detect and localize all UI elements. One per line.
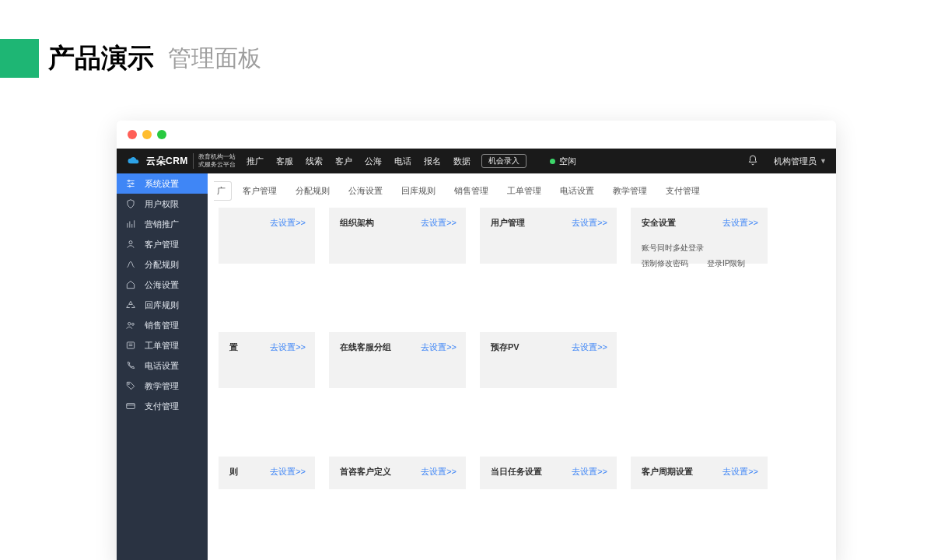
sidebar-item[interactable]: 支付管理 (117, 396, 208, 416)
go-settings-link[interactable]: 去设置>> (421, 466, 457, 478)
sliders-icon (124, 177, 137, 190)
sidebar-item[interactable]: 客户管理 (117, 234, 208, 254)
nav-link[interactable]: 电话 (394, 156, 411, 167)
brand-name: 云朵CRM (146, 155, 188, 168)
sidebar-item[interactable]: 教学管理 (117, 376, 208, 396)
brand-logo[interactable]: 云朵CRM 教育机构一站式服务云平台 (126, 153, 236, 169)
go-settings-link[interactable]: 去设置>> (421, 217, 457, 229)
card-row: 置去设置>>在线客服分组去设置>>预存PV去设置>> (219, 332, 836, 388)
sidebar-item-label: 工单管理 (145, 340, 179, 352)
settings-card: 预存PV去设置>> (480, 332, 617, 388)
record-opportunity-button[interactable]: 机会录入 (481, 154, 526, 168)
settings-tab[interactable]: 工单管理 (499, 182, 549, 200)
settings-cards: 去设置>>组织架构去设置>>用户管理去设置>>安全设置去设置>>账号同时多处登录… (208, 208, 836, 560)
settings-tab[interactable]: 教学管理 (605, 182, 655, 200)
settings-card: 置去设置>> (219, 332, 315, 388)
nav-link[interactable]: 客服 (276, 156, 293, 167)
window-maximize-icon[interactable] (157, 130, 166, 139)
settings-card: 客户周期设置去设置>> (631, 457, 768, 489)
nav-link[interactable]: 推广 (247, 156, 264, 167)
settings-tab[interactable]: 分配规则 (288, 182, 338, 200)
go-settings-link[interactable]: 去设置>> (572, 217, 607, 229)
card-subline: 强制修改密码 (642, 258, 688, 269)
svg-rect-6 (127, 342, 134, 348)
window-minimize-icon[interactable] (142, 130, 152, 139)
route-icon (124, 258, 137, 271)
nav-link[interactable]: 公海 (365, 156, 382, 167)
sidebar-item-label: 客户管理 (145, 239, 179, 250)
card-sublines: 账号同时多处登录强制修改密码登录IP限制 (642, 243, 757, 269)
nav-links: 推广客服线索客户公海电话报名数据 (247, 156, 471, 167)
status-dot-icon (550, 159, 555, 164)
top-navbar: 云朵CRM 教育机构一站式服务云平台 推广客服线索客户公海电话报名数据 机会录入… (117, 149, 836, 173)
go-settings-link[interactable]: 去设置>> (572, 341, 607, 353)
go-settings-link[interactable]: 去设置>> (270, 466, 306, 478)
window-titlebar (117, 121, 836, 149)
svg-point-4 (128, 323, 131, 326)
sidebar-item-label: 公海设置 (145, 279, 179, 291)
settings-card: 用户管理去设置>> (480, 208, 617, 264)
recycle-icon (124, 299, 137, 311)
card-subline: 账号同时多处登录 (642, 243, 757, 254)
card-subline: 登录IP限制 (707, 258, 745, 269)
settings-tabs: 广客户管理分配规则公海设置回库规则销售管理工单管理电话设置教学管理支付管理 (208, 173, 836, 208)
sidebar-item[interactable]: 公海设置 (117, 275, 208, 295)
settings-card: 则去设置>> (219, 457, 315, 489)
settings-tab[interactable]: 回库规则 (394, 182, 443, 200)
card-row: 去设置>>组织架构去设置>>用户管理去设置>>安全设置去设置>>账号同时多处登录… (219, 208, 836, 264)
sidebar-item[interactable]: 分配规则 (117, 254, 208, 275)
sidebar-item[interactable]: 电话设置 (117, 355, 208, 376)
sidebar-item-label: 教学管理 (145, 380, 179, 392)
chevron-down-icon: ▼ (820, 157, 827, 165)
page-title: 产品演示 (48, 40, 154, 76)
go-settings-link[interactable]: 去设置>> (270, 217, 306, 229)
bell-icon[interactable] (747, 155, 758, 167)
tab-truncated[interactable]: 广 (214, 181, 232, 201)
sidebar-item[interactable]: 销售管理 (117, 315, 208, 335)
sidebar-item[interactable]: 回库规则 (117, 295, 208, 315)
sidebar: 系统设置用户权限营销推广客户管理分配规则公海设置回库规则销售管理工单管理电话设置… (117, 173, 208, 560)
sidebar-item-label: 用户权限 (145, 198, 179, 210)
ticket-icon (124, 339, 137, 352)
card-row: 则去设置>>首咨客户定义去设置>>当日任务设置去设置>>客户周期设置去设置>> (219, 457, 836, 489)
settings-tab[interactable]: 客户管理 (235, 182, 285, 200)
brand-tagline: 教育机构一站式服务云平台 (193, 153, 236, 169)
go-settings-link[interactable]: 去设置>> (270, 341, 306, 353)
svg-point-3 (129, 241, 132, 244)
user-icon (124, 238, 137, 250)
svg-point-7 (128, 383, 130, 385)
cloud-icon (126, 156, 142, 166)
nav-link[interactable]: 报名 (424, 156, 441, 167)
sidebar-item[interactable]: 用户权限 (117, 194, 208, 214)
settings-card: 去设置>> (219, 208, 315, 264)
user-menu[interactable]: 机构管理员 ▼ (774, 156, 827, 167)
go-settings-link[interactable]: 去设置>> (722, 466, 758, 478)
go-settings-link[interactable]: 去设置>> (572, 466, 607, 478)
nav-link[interactable]: 数据 (453, 156, 471, 167)
sidebar-item-label: 分配规则 (145, 259, 179, 271)
page-heading: 产品演示 管理面板 (0, 39, 941, 78)
sidebar-item-label: 营销推广 (145, 219, 179, 230)
page-subtitle: 管理面板 (168, 43, 261, 75)
go-settings-link[interactable]: 去设置>> (421, 341, 457, 353)
sidebar-item-label: 回库规则 (145, 299, 179, 311)
app-main: 系统设置用户权限营销推广客户管理分配规则公海设置回库规则销售管理工单管理电话设置… (117, 173, 836, 560)
accent-bar (0, 39, 39, 78)
settings-card: 组织架构去设置>> (329, 208, 466, 264)
sidebar-item[interactable]: 工单管理 (117, 335, 208, 355)
go-settings-link[interactable]: 去设置>> (722, 217, 758, 229)
settings-tab[interactable]: 公海设置 (341, 182, 390, 200)
sidebar-item[interactable]: 营销推广 (117, 214, 208, 234)
nav-link[interactable]: 线索 (306, 156, 323, 167)
settings-card: 当日任务设置去设置>> (480, 457, 617, 489)
settings-tab[interactable]: 销售管理 (446, 182, 496, 200)
settings-card: 在线客服分组去设置>> (329, 332, 466, 388)
svg-rect-8 (127, 404, 135, 409)
sidebar-item[interactable]: 系统设置 (117, 173, 208, 194)
settings-tab[interactable]: 支付管理 (658, 182, 708, 200)
window-close-icon[interactable] (128, 130, 137, 139)
sidebar-item-label: 电话设置 (145, 360, 179, 372)
settings-card: 安全设置去设置>>账号同时多处登录强制修改密码登录IP限制 (631, 208, 768, 264)
nav-link[interactable]: 客户 (335, 156, 352, 167)
settings-tab[interactable]: 电话设置 (552, 182, 602, 200)
